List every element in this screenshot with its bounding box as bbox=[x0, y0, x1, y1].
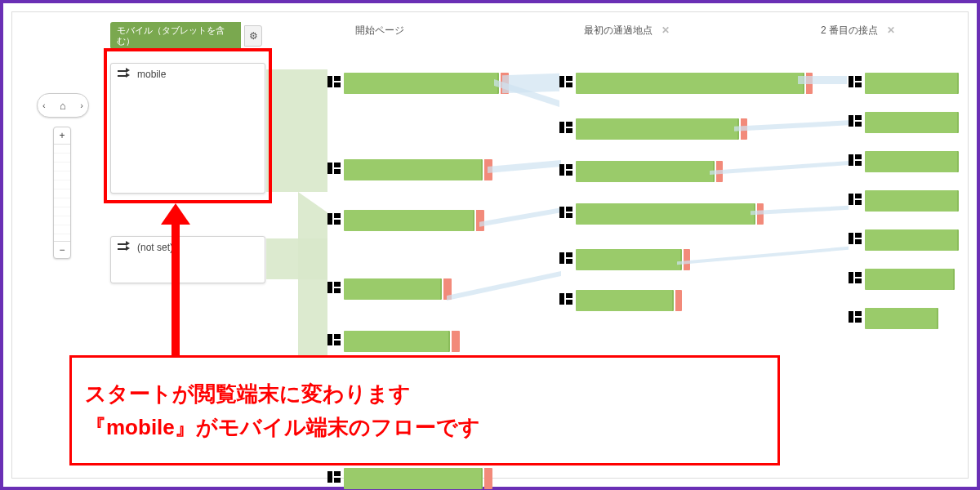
annotation-line1: スタートが閲覧端末に変わります bbox=[85, 377, 764, 410]
flow-link bbox=[798, 76, 847, 84]
page-icon bbox=[327, 282, 341, 293]
segment-label[interactable]: モバイル（タブレットを含む） bbox=[110, 22, 241, 49]
annotation-arrow bbox=[172, 221, 180, 355]
page-icon bbox=[559, 293, 572, 305]
zoom-track[interactable] bbox=[54, 144, 70, 242]
flow-ribbon bbox=[266, 238, 327, 279]
flow-link bbox=[751, 206, 849, 215]
remove-column-icon[interactable]: ✕ bbox=[662, 24, 670, 36]
page-icon bbox=[327, 163, 341, 174]
page-icon bbox=[327, 334, 341, 345]
page-icon bbox=[559, 122, 572, 133]
annotation-box: スタートが閲覧端末に変わります 『mobile』がモバイル端末のフローです bbox=[69, 355, 780, 466]
flow-link bbox=[710, 161, 849, 175]
page-node[interactable] bbox=[327, 468, 499, 489]
traffic-source-icon bbox=[118, 69, 132, 80]
page-icon bbox=[559, 76, 572, 87]
page-icon bbox=[849, 311, 862, 323]
col-header-second-interaction-label: 2 番目の接点 bbox=[821, 24, 878, 36]
col-header-second-interaction: 2 番目の接点 ✕ bbox=[821, 24, 895, 38]
source-label: (not set) bbox=[137, 242, 173, 253]
page-icon bbox=[849, 272, 862, 283]
gear-icon[interactable]: ⚙ bbox=[244, 25, 262, 47]
page-icon bbox=[849, 115, 862, 127]
zoom-in-button[interactable]: + bbox=[54, 127, 70, 144]
page-node[interactable] bbox=[327, 159, 499, 180]
page-icon bbox=[559, 164, 572, 176]
flow-link bbox=[677, 247, 849, 265]
zoom-out-button[interactable]: − bbox=[54, 242, 70, 258]
page-node[interactable] bbox=[327, 331, 466, 352]
annotation-line2: 『mobile』がモバイル端末のフローです bbox=[85, 411, 764, 443]
zoom-control[interactable]: + − bbox=[53, 127, 71, 259]
col-header-first-interaction: 最初の通過地点 ✕ bbox=[584, 24, 670, 38]
home-icon[interactable]: ⌂ bbox=[60, 100, 66, 112]
page-node[interactable] bbox=[327, 73, 507, 94]
page-icon bbox=[849, 154, 862, 166]
screenshot-frame: ‹ ⌂ › + − モバイル（タブレットを含む） ⚙ 開始ページ 最初の通過地点… bbox=[0, 0, 980, 490]
flow-link bbox=[479, 207, 561, 227]
traffic-source-icon bbox=[118, 242, 132, 253]
page-icon bbox=[327, 76, 341, 87]
nav-next[interactable]: › bbox=[80, 100, 83, 110]
col-header-start-page: 開始ページ bbox=[355, 24, 404, 38]
flow-ribbon bbox=[266, 69, 327, 192]
page-icon bbox=[559, 207, 572, 218]
source-label: mobile bbox=[137, 69, 166, 80]
flow-link bbox=[447, 271, 561, 301]
page-icon bbox=[849, 76, 862, 87]
page-icon bbox=[849, 233, 862, 244]
source-card-notset[interactable]: (not set) bbox=[110, 236, 265, 283]
page-icon bbox=[327, 471, 341, 483]
page-icon bbox=[559, 252, 572, 264]
remove-column-icon[interactable]: ✕ bbox=[887, 24, 895, 36]
page-icon bbox=[849, 194, 862, 205]
flow-nav-pill[interactable]: ‹ ⌂ › bbox=[37, 93, 89, 118]
page-icon bbox=[327, 213, 341, 225]
flow-canvas: ‹ ⌂ › + − モバイル（タブレットを含む） ⚙ 開始ページ 最初の通過地点… bbox=[11, 11, 969, 479]
nav-prev[interactable]: ‹ bbox=[42, 100, 46, 110]
col-header-first-interaction-label: 最初の通過地点 bbox=[584, 24, 653, 36]
flow-link bbox=[734, 120, 849, 131]
source-card-mobile[interactable]: mobile bbox=[110, 63, 265, 194]
segment-chip[interactable]: モバイル（タブレットを含む） ⚙ bbox=[110, 22, 262, 49]
page-node[interactable] bbox=[327, 210, 491, 231]
page-node[interactable] bbox=[327, 278, 458, 300]
